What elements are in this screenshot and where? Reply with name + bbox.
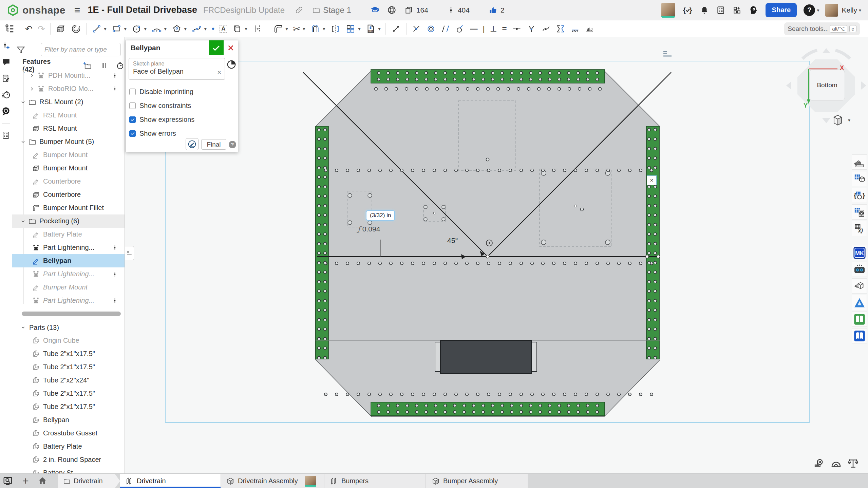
feature-item[interactable]: Counterbore bbox=[12, 188, 125, 201]
cancel-button[interactable] bbox=[224, 40, 238, 55]
search-tools-input[interactable] bbox=[788, 25, 828, 33]
onshape-assistant-icon[interactable] bbox=[1, 107, 11, 116]
user-menu-caret-icon[interactable]: ▾ bbox=[859, 7, 861, 13]
thickness-dimension[interactable]: ƒ 0.094 bbox=[358, 225, 380, 233]
concentric-constraint-icon[interactable] bbox=[425, 23, 437, 35]
feature-item[interactable]: Part Lightening... bbox=[12, 241, 125, 254]
extrude-tool-icon[interactable] bbox=[55, 23, 67, 35]
feature-item[interactable]: Bumper Mount bbox=[12, 281, 125, 294]
copies-icon[interactable] bbox=[404, 6, 413, 15]
collapsed-panel-icon[interactable] bbox=[662, 50, 673, 60]
part-item[interactable]: Tube 2"x1"x17.5" bbox=[12, 360, 125, 374]
link-icon[interactable] bbox=[295, 6, 303, 14]
feature-item[interactable]: Counterbore bbox=[12, 175, 125, 188]
feature-item[interactable]: Bumper Mount bbox=[12, 148, 125, 162]
user-name[interactable]: Kelly bbox=[842, 6, 857, 14]
mass-properties-icon[interactable] bbox=[848, 458, 858, 469]
feature-folder[interactable]: RSL Mount (2) bbox=[12, 95, 125, 109]
spline-tool-icon[interactable]: ▾ bbox=[191, 23, 208, 35]
sketch-mode-button[interactable] bbox=[186, 138, 199, 150]
tab-manager-search-icon[interactable] bbox=[3, 476, 13, 486]
filter-icon[interactable] bbox=[16, 45, 25, 55]
equal-constraint-icon[interactable]: = bbox=[501, 24, 508, 34]
view-options-button[interactable]: ▾ bbox=[831, 114, 850, 127]
feature-item[interactable]: RoboRIO Mo... bbox=[12, 82, 125, 95]
workspace-name[interactable]: Stage 1 bbox=[323, 5, 351, 15]
custom-table-app-icon[interactable] bbox=[852, 171, 867, 186]
feature-item[interactable]: Part Lightening... bbox=[12, 294, 125, 307]
comments-icon[interactable] bbox=[2, 58, 11, 67]
arc-tool-icon[interactable]: ▾ bbox=[151, 23, 168, 35]
clear-selection-icon[interactable]: × bbox=[217, 69, 221, 76]
exploded-cube-app-icon[interactable] bbox=[852, 278, 867, 294]
filter-input[interactable] bbox=[41, 43, 121, 56]
fix-constraint-icon[interactable] bbox=[569, 23, 581, 35]
parts-header-row[interactable]: Parts (13) bbox=[12, 321, 125, 334]
blue-library-app-icon[interactable] bbox=[852, 328, 867, 343]
part-item[interactable]: Tube 2"x1"x17.5" bbox=[12, 387, 125, 400]
checkbox-disable-imprinting[interactable]: Disable imprinting bbox=[129, 86, 193, 97]
insert-dxf-tool-icon[interactable]: ▾ bbox=[364, 23, 381, 35]
feature-folder[interactable]: Pocketing (6) bbox=[12, 214, 125, 228]
feature-folder[interactable]: Bumper Mount (5) bbox=[12, 135, 125, 148]
notifications-bell-icon[interactable] bbox=[700, 6, 709, 15]
versions-count[interactable]: 404 bbox=[458, 6, 470, 14]
revolve-tool-icon[interactable] bbox=[70, 23, 82, 35]
new-tab-button[interactable]: + bbox=[22, 475, 29, 486]
featurescript-table-app-icon[interactable]: {} bbox=[852, 188, 867, 203]
midpoint-constraint-icon[interactable] bbox=[511, 23, 523, 35]
coincident-constraint-icon[interactable] bbox=[411, 23, 422, 35]
checkbox-checked-icon[interactable] bbox=[129, 130, 136, 137]
mirror-tool-icon[interactable] bbox=[329, 23, 341, 35]
breadcrumb-folder-tab[interactable]: Drivetrain bbox=[58, 474, 120, 488]
checklist-panel-icon[interactable] bbox=[2, 131, 10, 139]
feature-item[interactable]: Bumper Mount bbox=[12, 162, 125, 175]
share-button[interactable]: Share bbox=[766, 3, 797, 17]
feature-item[interactable]: Part Lightening... bbox=[12, 267, 125, 281]
feature-item[interactable]: RSL Mount bbox=[12, 109, 125, 122]
angle-dimension[interactable]: 45° bbox=[447, 237, 458, 245]
final-button[interactable]: Final bbox=[201, 139, 226, 150]
tape-measure-icon[interactable] bbox=[814, 458, 825, 469]
part-item[interactable]: Battery St bbox=[12, 466, 125, 473]
feature-list-toggle-icon[interactable] bbox=[3, 23, 16, 35]
checkbox-show-constraints[interactable]: Show constraints bbox=[129, 100, 191, 111]
green-library-app-icon[interactable] bbox=[852, 312, 867, 327]
panel-flyout-handle[interactable] bbox=[125, 246, 134, 260]
checkbox-unchecked-icon[interactable] bbox=[129, 89, 136, 95]
tab-drivetrain[interactable]: Drivetrain bbox=[120, 474, 221, 488]
search-tools-box[interactable]: alt/⌥ c bbox=[784, 22, 860, 35]
feature-item[interactable]: PDH Mounti... bbox=[12, 69, 125, 82]
pierce-constraint-icon[interactable] bbox=[540, 23, 552, 35]
washer-table-app-icon[interactable] bbox=[852, 204, 867, 220]
learning-center-icon[interactable] bbox=[370, 5, 380, 15]
view-cube-face[interactable]: Bottom bbox=[809, 70, 845, 101]
copies-count[interactable]: 164 bbox=[416, 6, 428, 14]
suppress-pause-icon[interactable] bbox=[100, 61, 108, 70]
normal-constraint-icon[interactable] bbox=[526, 23, 537, 35]
perpendicular-constraint-icon[interactable]: ⊥ bbox=[489, 24, 498, 34]
dialog-help-icon[interactable]: ? bbox=[229, 141, 236, 148]
use-project-tool-icon[interactable]: ▾ bbox=[309, 23, 326, 35]
part-item[interactable]: Bellypan bbox=[12, 413, 125, 427]
offset-tool-icon[interactable] bbox=[251, 23, 264, 35]
parallel-constraint-icon[interactable] bbox=[440, 23, 451, 35]
protractor-icon[interactable] bbox=[831, 458, 842, 469]
tasks-checklist-icon[interactable] bbox=[716, 6, 725, 15]
dimension-tool-icon[interactable] bbox=[390, 23, 402, 35]
user-avatar[interactable] bbox=[825, 4, 838, 17]
point-tool-icon[interactable]: • bbox=[211, 23, 215, 35]
part-item[interactable]: 2 in. Round Spacer bbox=[12, 453, 125, 466]
likes-count[interactable]: 2 bbox=[501, 6, 505, 14]
checkbox-checked-icon[interactable] bbox=[129, 116, 136, 123]
sketch-plane-field[interactable]: Sketch plane Face of Bellypan × bbox=[129, 58, 225, 80]
tab-bumpers[interactable]: Bumpers bbox=[324, 474, 426, 488]
redo-button[interactable]: ↷ bbox=[37, 23, 46, 34]
part-item[interactable]: Battery Plate bbox=[12, 440, 125, 453]
text-tool-icon[interactable]: A bbox=[219, 24, 228, 34]
polygon-tool-icon[interactable]: ▾ bbox=[171, 23, 188, 35]
main-menu-icon[interactable]: ≡ bbox=[74, 5, 80, 15]
tangent-constraint-icon[interactable] bbox=[454, 23, 466, 35]
feature-item-selected[interactable]: Bellypan bbox=[12, 254, 125, 267]
checkbox-show-errors[interactable]: Show errors bbox=[129, 128, 176, 139]
